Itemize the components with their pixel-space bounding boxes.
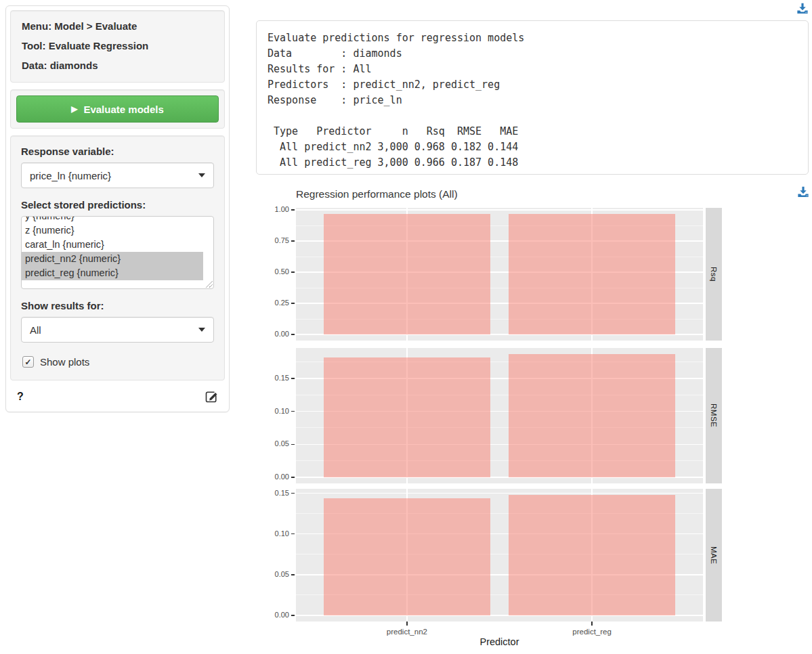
predictions-listbox-items: y {numeric}z {numeric}carat_ln {numeric}… [22, 216, 213, 280]
y-tick-label: 0.05 [254, 439, 289, 448]
y-tick-label: 0.50 [254, 267, 289, 276]
facet-panel-rmse: 0.000.050.100.15 [296, 348, 703, 483]
evaluate-button-panel: ▶ Evaluate models [10, 89, 225, 129]
sidebar-footer: ? [10, 387, 225, 408]
bar-predict_reg [509, 214, 675, 334]
prediction-option[interactable]: carat_ln {numeric} [22, 238, 203, 252]
y-gridline-major [296, 493, 703, 494]
bar-predict_nn2 [324, 214, 490, 334]
y-tick-label: 0.25 [254, 299, 289, 307]
summary-text: Evaluate predictions for regression mode… [257, 21, 808, 180]
plot-title: Regression performance plots (All) [296, 188, 458, 200]
caret-down-icon [198, 173, 205, 177]
y-tick-label: 0.15 [254, 374, 289, 382]
response-variable-value: price_ln {numeric} [30, 170, 111, 181]
y-tick-mark [291, 378, 295, 379]
y-tick-label: 0.10 [254, 529, 289, 538]
x-tick-label: predict_nn2 [360, 628, 454, 636]
predictions-label: Select stored predictions: [21, 199, 214, 211]
evaluate-models-button[interactable]: ▶ Evaluate models [16, 95, 219, 123]
y-tick-mark [291, 574, 295, 575]
y-tick-mark [291, 209, 295, 211]
dataset-name: Data: diamonds [22, 60, 213, 71]
show-results-for-label: Show results for: [21, 300, 214, 311]
show-plots-label: Show plots [40, 356, 89, 368]
download-plot-icon[interactable] [797, 186, 809, 198]
download-summary-icon[interactable] [796, 2, 809, 14]
y-tick-mark [291, 411, 295, 412]
controls-panel: Response variable: price_ln {numeric} Se… [10, 135, 225, 380]
y-gridline-major [296, 209, 703, 211]
bar-predict_nn2 [324, 498, 490, 615]
y-tick-label: 0.00 [254, 611, 289, 619]
x-tick-label: predict_reg [544, 628, 639, 636]
bar-predict_reg [509, 354, 675, 477]
prediction-option[interactable]: z {numeric} [22, 223, 203, 238]
facet-panel-mae: 0.000.050.100.15 [296, 489, 703, 622]
context-info-panel: Menu: Model > Evaluate Tool: Evaluate Re… [10, 10, 225, 83]
facet-strip-rsq: Rsq [706, 208, 722, 341]
evaluate-models-button-label: Evaluate models [83, 104, 163, 115]
summary-output-panel: Evaluate predictions for regression mode… [256, 20, 809, 175]
y-tick-mark [291, 615, 295, 616]
caret-down-icon [198, 328, 205, 332]
plot-section: Regression performance plots (All) 0.000… [254, 184, 812, 653]
facet-strip-label: MAE [710, 546, 718, 564]
edit-icon[interactable] [205, 390, 218, 404]
x-tick-mark [406, 622, 408, 626]
y-tick-label: 0.00 [254, 473, 289, 481]
y-tick-mark [291, 493, 295, 494]
show-results-for-select[interactable]: All [21, 317, 214, 343]
facet-strip-rmse: RMSE [706, 348, 722, 483]
y-tick-label: 0.10 [254, 407, 289, 415]
menu-breadcrumb: Menu: Model > Evaluate [22, 20, 213, 32]
y-tick-mark [291, 334, 295, 335]
y-tick-mark [291, 303, 295, 304]
resize-handle[interactable] [206, 281, 213, 288]
response-variable-label: Response variable: [21, 146, 214, 157]
prediction-option[interactable]: predict_reg {numeric} [22, 266, 203, 280]
tool-name: Tool: Evaluate Regression [22, 40, 213, 51]
y-tick-mark [291, 240, 295, 242]
y-tick-label: 0.15 [254, 489, 289, 497]
help-icon[interactable]: ? [17, 391, 24, 403]
response-variable-select[interactable]: price_ln {numeric} [21, 162, 214, 188]
facet-strip-label: Rsq [710, 267, 718, 282]
predictions-listbox[interactable]: y {numeric}z {numeric}carat_ln {numeric}… [21, 216, 214, 289]
show-plots-checkbox[interactable]: ✓ [22, 356, 34, 368]
prediction-option[interactable]: predict_nn2 {numeric} [22, 252, 203, 266]
show-plots-row: ✓ Show plots [22, 356, 214, 368]
facet-strip-mae: MAE [706, 489, 722, 622]
x-tick-mark [591, 622, 593, 626]
facet-panel-rsq: 0.000.250.500.751.00 [296, 208, 703, 341]
bar-predict_reg [509, 495, 675, 615]
y-tick-mark [291, 444, 295, 445]
y-tick-mark [291, 533, 295, 535]
y-tick-mark [291, 477, 295, 478]
check-icon: ✓ [24, 357, 31, 367]
sidebar: Menu: Model > Evaluate Tool: Evaluate Re… [5, 5, 230, 412]
prediction-option[interactable]: y {numeric} [22, 216, 203, 223]
x-axis-title: Predictor [296, 636, 703, 647]
y-tick-label: 0.75 [254, 236, 289, 244]
y-tick-mark [291, 271, 295, 273]
play-icon: ▶ [71, 105, 77, 113]
facet-strip-label: RMSE [710, 404, 718, 427]
y-tick-label: 0.05 [254, 570, 289, 578]
y-tick-label: 0.00 [254, 330, 289, 338]
bar-predict_nn2 [324, 357, 490, 477]
show-results-for-value: All [30, 324, 41, 336]
y-tick-label: 1.00 [254, 205, 289, 213]
